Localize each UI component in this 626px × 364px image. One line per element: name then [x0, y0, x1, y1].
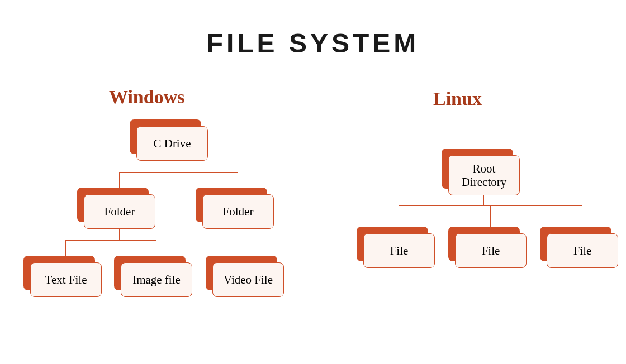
connector	[65, 240, 156, 241]
connector	[119, 172, 238, 173]
linux-heading: Linux	[433, 88, 482, 109]
connector	[119, 172, 120, 188]
connector	[490, 205, 491, 227]
page-title: FILE SYSTEM	[0, 28, 626, 59]
node-file-1: File	[363, 233, 435, 268]
node-label: Folder	[202, 194, 274, 229]
node-label: Folder	[84, 194, 155, 229]
connector	[65, 240, 66, 256]
connector	[248, 229, 248, 256]
node-label: Video File	[212, 262, 284, 297]
node-image-file: Image file	[121, 262, 192, 297]
node-folder-1: Folder	[84, 194, 155, 229]
node-label: C Drive	[136, 126, 208, 161]
node-label: File	[455, 233, 527, 268]
windows-heading: Windows	[109, 87, 184, 108]
node-root-directory: Root Directory	[448, 155, 520, 195]
connector	[156, 240, 156, 256]
node-folder-2: Folder	[202, 194, 274, 229]
node-c-drive: C Drive	[136, 126, 208, 161]
connector	[238, 172, 238, 188]
node-label: File	[363, 233, 435, 268]
node-label: Text File	[30, 262, 102, 297]
node-file-3: File	[547, 233, 618, 268]
connector	[399, 205, 399, 227]
node-file-2: File	[455, 233, 527, 268]
connector	[172, 161, 172, 172]
connector	[483, 195, 484, 205]
connector	[119, 229, 120, 240]
node-label: Image file	[121, 262, 192, 297]
node-video-file: Video File	[212, 262, 284, 297]
connector	[582, 205, 582, 227]
node-label: File	[547, 233, 618, 268]
node-label: Root Directory	[448, 155, 520, 195]
node-text-file: Text File	[30, 262, 102, 297]
